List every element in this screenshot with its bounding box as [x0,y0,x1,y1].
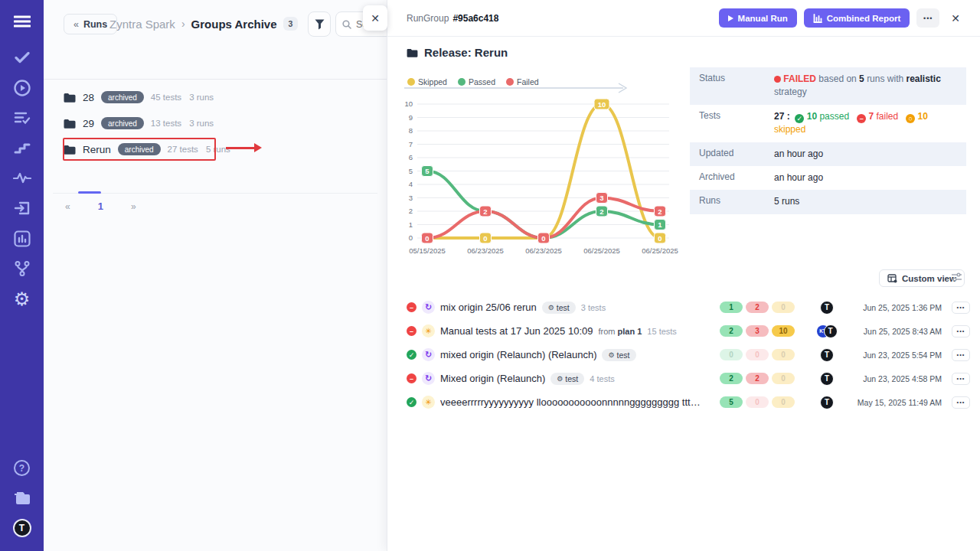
more-actions-button[interactable]: ••• [916,8,939,28]
run-menu-button[interactable]: ••• [952,373,970,385]
bar-chart-icon[interactable] [0,229,44,249]
detail-close-button[interactable]: ✕ [946,9,965,28]
run-tag-test[interactable]: ⚙test [542,302,576,314]
combined-report-button[interactable]: Combined Report [804,8,910,28]
legend-skipped[interactable]: Skipped [407,77,447,86]
skipped-count-badge: 10 [772,325,795,337]
run-result-badges: 5 0 0 [720,396,798,408]
gear-icon: ⚙ [548,304,554,311]
custom-view-label: Custom view [902,274,956,283]
group-row-rerun[interactable]: Rerun archived 27 tests5 runs [64,138,230,161]
run-avatars: T [803,396,851,409]
git-branch-icon[interactable] [0,259,44,278]
filter-button[interactable] [308,11,331,37]
run-type-rerun-icon: ↻ [422,301,435,314]
steps-icon[interactable] [0,139,44,157]
run-title[interactable]: mix origin 25/06 rerun [440,302,537,313]
search-icon [342,20,351,29]
folder-icon[interactable] [0,488,44,508]
pagination-prev-button[interactable]: « [60,200,75,214]
runs-trend-chart: Skipped Passed Failed 01234567891005/15/… [397,73,694,265]
run-title[interactable]: Manual tests at 17 Jun 2025 10:09 [440,325,593,337]
group-row-28[interactable]: 28 archived 45 tests3 runs [64,86,214,109]
svg-text:3: 3 [409,194,413,202]
play-circle-icon[interactable] [0,78,44,98]
run-tests-count: 15 tests [647,327,677,336]
run-row-2[interactable]: – ✳ Manual tests at 17 Jun 2025 10:09 fr… [407,319,970,343]
legend-failed[interactable]: Failed [506,77,539,86]
failed-minus-icon: – [857,114,866,123]
run-type-manual-icon: ✳ [422,324,435,337]
legend-dot-failed [506,78,514,86]
sign-in-icon[interactable] [0,198,44,218]
user-avatar[interactable]: T [0,517,44,539]
legend-dot-skipped [407,78,415,86]
run-menu-button[interactable]: ••• [952,396,970,409]
run-type-rerun-icon: ↻ [422,372,435,385]
pagination-divider [53,193,377,194]
run-row-4[interactable]: – ↻ Mixed origin (Relaunch) ⚙test 4 test… [407,367,970,390]
gear-icon[interactable]: ⚙ [0,289,44,310]
pulse-icon[interactable] [0,168,44,187]
svg-text:0: 0 [541,234,545,243]
run-row-3[interactable]: ✓ ↻ mixed origin (Relaunch) (Relaunch) ⚙… [407,343,970,367]
dots-icon: ••• [957,375,965,382]
dots-icon: ••• [957,304,965,311]
breadcrumb: Zyntra Spark › Groups Archive 3 [109,17,298,31]
run-row-5[interactable]: ✓ ✳ veeeerrrrryyyyyyyyyy llooooooooooonn… [407,390,970,414]
run-avatars: KTT [803,324,851,338]
archived-badge: archived [101,117,144,129]
back-label: Runs [83,19,107,30]
list-check-icon[interactable] [0,109,44,127]
svg-text:05/15/2025: 05/15/2025 [409,246,446,255]
runs-chart-plot: 01234567891005/15/202506/23/202506/23/20… [397,90,694,265]
run-title[interactable]: Mixed origin (Relaunch) [440,373,545,384]
view-settings-button[interactable] [951,272,962,285]
rungroup-type-label: RunGroup [407,13,449,24]
run-row-1[interactable]: – ↻ mix origin 25/06 rerun ⚙test 3 tests… [407,295,970,319]
manual-run-button[interactable]: Manual Run [719,8,797,28]
run-tag-test[interactable]: ⚙test [550,373,584,385]
menu-icon[interactable] [0,11,44,32]
tests-value: 27 : ✓ 10 passed – 7 failed ○ 10 skipped [774,105,966,142]
run-title[interactable]: mixed origin (Relaunch) (Relaunch) [440,349,596,360]
play-icon [728,15,733,21]
passed-count-badge: 1 [720,302,743,313]
passed-count-badge: 2 [720,325,743,337]
run-avatars: T [803,301,851,315]
failed-count-badge: 3 [746,325,769,337]
run-menu-button[interactable]: ••• [952,302,970,314]
run-tag-test[interactable]: ⚙test [602,349,635,361]
status-label: Status [690,67,774,105]
run-menu-button[interactable]: ••• [952,349,970,361]
run-title[interactable]: veeeerrrrryyyyyyyyyy llooooooooooonnnnng… [440,396,701,408]
info-row-updated: Updated an hour ago [690,142,966,166]
run-tests-count: 4 tests [590,374,614,383]
groups-archive-panel: « Runs Zyntra Spark › Groups Archive 3 ✕… [44,0,387,551]
runs-value: 5 runs [774,190,966,214]
run-passed-icon: ✓ [407,350,416,360]
help-icon[interactable]: ? [0,458,44,478]
dots-icon: ••• [957,351,965,358]
run-date: May 15, 2025 11:49 AM [856,398,942,407]
legend-passed[interactable]: Passed [458,77,495,86]
report-chart-icon [813,14,822,23]
group-row-29[interactable]: 29 archived 13 tests3 runs [64,112,214,135]
failed-count-badge: 0 [746,349,769,360]
svg-text:5: 5 [409,167,413,175]
run-from-plan[interactable]: from plan 1 [598,327,642,336]
svg-text:0: 0 [658,234,662,243]
panel-close-button[interactable]: ✕ [363,5,387,31]
pagination-active-indicator [78,191,101,194]
run-avatars: T [803,348,851,362]
check-icon[interactable] [0,48,44,67]
manual-run-label: Manual Run [738,14,788,23]
gear-icon: ⚙ [608,351,614,359]
breadcrumb-project[interactable]: Zyntra Spark [109,18,175,31]
pagination-page-1[interactable]: 1 [93,199,108,214]
svg-text:2: 2 [483,207,487,216]
passed-count-badge: 0 [720,349,743,360]
run-menu-button[interactable]: ••• [952,325,970,337]
passed-count-badge: 2 [720,373,743,384]
pagination-next-button[interactable]: » [126,200,141,214]
